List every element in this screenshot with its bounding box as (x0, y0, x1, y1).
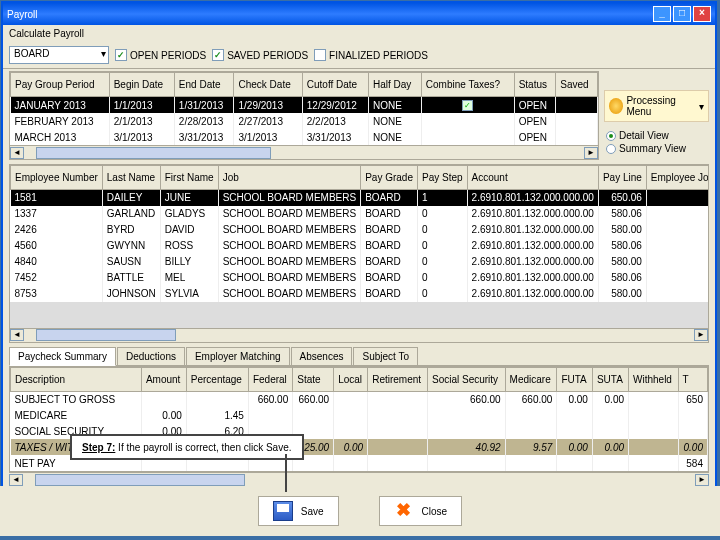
col-half[interactable]: Half Day (368, 73, 421, 97)
col-saved[interactable]: Saved (556, 73, 598, 97)
summary-tabs: Paycheck Summary Deductions Employer Mat… (9, 347, 709, 366)
callout-connector (285, 454, 287, 492)
save-icon (273, 501, 293, 521)
maximize-button[interactable]: □ (673, 6, 691, 22)
periods-header-row: Pay Group Period Begin Date End Date Che… (11, 73, 598, 97)
window-controls: _ □ × (653, 6, 711, 22)
employees-grid: Employee Number Last Name First Name Job… (9, 164, 709, 343)
summary-row[interactable]: SUBJECT TO GROSS660.00660.00660.00660.00… (11, 391, 708, 407)
col-begin[interactable]: Begin Date (109, 73, 174, 97)
filter-toolbar: BOARD ✓OPEN PERIODS ✓SAVED PERIODS FINAL… (3, 42, 715, 69)
tab-deductions[interactable]: Deductions (117, 347, 185, 365)
employees-header-row: Employee Number Last Name First Name Job… (11, 166, 710, 190)
employee-row[interactable]: 4840SAUSNBILLYSCHOOL BOARD MEMBERSBOARD0… (11, 254, 710, 270)
bottom-buttons: Save ✖ Close (0, 486, 720, 536)
col-status[interactable]: Status (514, 73, 556, 97)
saved-periods-label: SAVED PERIODS (227, 50, 308, 61)
view-radios: Detail View Summary View (604, 122, 709, 162)
close-button[interactable]: ✖ Close (379, 496, 463, 526)
callout-step: Step 7: (82, 442, 115, 453)
menubar: Calculate Payroll (3, 25, 715, 42)
open-periods-checkbox[interactable]: ✓OPEN PERIODS (115, 49, 206, 61)
gear-icon (609, 98, 623, 114)
summary-scrollbar[interactable]: ◄► (9, 472, 709, 486)
summary-row[interactable]: MEDICARE0.001.45 (11, 407, 708, 423)
processing-menu[interactable]: Processing Menu ▾ (604, 90, 709, 122)
board-dropdown[interactable]: BOARD (9, 46, 109, 64)
col-cutoff[interactable]: Cutoff Date (302, 73, 368, 97)
employee-row[interactable]: 1337GARLANDGLADYSSCHOOL BOARD MEMBERSBOA… (11, 206, 710, 222)
periods-scrollbar[interactable]: ◄► (10, 145, 598, 159)
close-icon: ✖ (394, 501, 414, 521)
side-options: Processing Menu ▾ Detail View Summary Vi… (604, 90, 709, 162)
summary-header-row: Description Amount Percentage Federal St… (11, 367, 708, 391)
summary-view-radio[interactable]: Summary View (606, 143, 707, 154)
periods-grid: Pay Group Period Begin Date End Date Che… (9, 71, 599, 160)
save-button[interactable]: Save (258, 496, 339, 526)
employee-row[interactable]: 2426BYRDDAVIDSCHOOL BOARD MEMBERSBOARD02… (11, 222, 710, 238)
period-row[interactable]: FEBRUARY 20132/1/20132/28/20132/27/20132… (11, 113, 598, 129)
tab-matching[interactable]: Employer Matching (186, 347, 290, 365)
finalized-periods-checkbox[interactable]: FINALIZED PERIODS (314, 49, 428, 61)
col-period[interactable]: Pay Group Period (11, 73, 110, 97)
tab-absences[interactable]: Absences (291, 347, 353, 365)
menu-calculate[interactable]: Calculate Payroll (9, 28, 84, 39)
col-end[interactable]: End Date (174, 73, 234, 97)
employee-row[interactable]: 1581DAILEYJUNESCHOOL BOARD MEMBERSBOARD1… (11, 190, 710, 206)
processing-label: Processing Menu (626, 95, 696, 117)
tab-subject[interactable]: Subject To (353, 347, 418, 365)
employees-scrollbar[interactable]: ◄► (10, 328, 708, 342)
period-row[interactable]: MARCH 20133/1/20133/31/20133/1/20133/31/… (11, 129, 598, 145)
employee-row[interactable]: 8753JOHNSONSYLVIASCHOOL BOARD MEMBERSBOA… (11, 286, 710, 302)
col-combine[interactable]: Combine Taxes? (421, 73, 514, 97)
employee-row[interactable]: 4560GWYNNROSSSCHOOL BOARD MEMBERSBOARD02… (11, 238, 710, 254)
finalized-periods-label: FINALIZED PERIODS (329, 50, 428, 61)
open-periods-label: OPEN PERIODS (130, 50, 206, 61)
upper-area: BOARD ✓OPEN PERIODS ✓SAVED PERIODS FINAL… (3, 42, 715, 162)
tab-paycheck[interactable]: Paycheck Summary (9, 347, 116, 366)
instruction-callout: Step 7: If the payroll is correct, then … (70, 434, 304, 460)
detail-view-radio[interactable]: Detail View (606, 130, 707, 141)
saved-periods-checkbox[interactable]: ✓SAVED PERIODS (212, 49, 308, 61)
callout-text: If the payroll is correct, then click Sa… (115, 442, 291, 453)
employee-row[interactable]: 7452BATTLEMELSCHOOL BOARD MEMBERSBOARD02… (11, 270, 710, 286)
close-window-button[interactable]: × (693, 6, 711, 22)
period-row[interactable]: JANUARY 20131/1/20131/31/20131/29/201312… (11, 97, 598, 114)
col-check[interactable]: Check Date (234, 73, 302, 97)
window-title: Payroll (7, 9, 38, 20)
minimize-button[interactable]: _ (653, 6, 671, 22)
titlebar: Payroll _ □ × (3, 3, 715, 25)
